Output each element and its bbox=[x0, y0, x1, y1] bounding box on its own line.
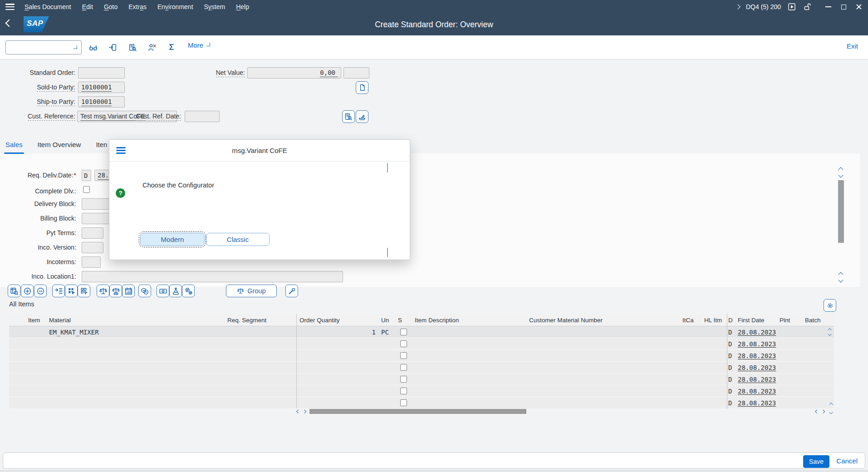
more-button[interactable]: More bbox=[188, 41, 210, 49]
cell-plnt[interactable] bbox=[777, 338, 802, 350]
cell-batch[interactable] bbox=[802, 350, 826, 362]
cell-item[interactable] bbox=[24, 362, 46, 374]
tools-wrench-button[interactable] bbox=[285, 285, 298, 297]
cell-item[interactable] bbox=[24, 326, 46, 338]
cell-itca[interactable] bbox=[680, 326, 701, 338]
cell-d[interactable]: D bbox=[727, 397, 735, 409]
table-row[interactable]: D28.08.2023 bbox=[9, 338, 834, 350]
scroll-right-icon[interactable] bbox=[821, 410, 825, 413]
item-detail-button[interactable] bbox=[8, 285, 20, 297]
cell-first-date[interactable]: 28.08.2023 bbox=[735, 397, 777, 409]
delete-row-button[interactable] bbox=[34, 285, 47, 297]
cell-first-date[interactable]: 28.08.2023 bbox=[735, 385, 777, 397]
cell-material[interactable] bbox=[46, 374, 225, 385]
cell-order-quantity[interactable] bbox=[296, 385, 378, 397]
cell-customer-material-number[interactable] bbox=[526, 374, 680, 385]
pyt-terms-field[interactable] bbox=[82, 227, 103, 239]
cell-itca[interactable] bbox=[680, 385, 701, 397]
save-button[interactable]: Save bbox=[803, 455, 829, 468]
cell-itca[interactable] bbox=[680, 362, 701, 374]
cell-s[interactable] bbox=[395, 385, 412, 397]
cell-customer-material-number[interactable] bbox=[526, 385, 680, 397]
exit-button[interactable]: Exit bbox=[847, 42, 858, 50]
cell-order-quantity[interactable] bbox=[296, 374, 378, 385]
table-row[interactable]: D28.08.2023 bbox=[9, 385, 834, 397]
billing-document-button[interactable] bbox=[157, 285, 169, 297]
cell-un[interactable] bbox=[378, 338, 395, 350]
cell-customer-material-number[interactable] bbox=[526, 338, 680, 350]
cell-d[interactable]: D bbox=[727, 338, 735, 350]
pricing-button[interactable] bbox=[97, 285, 109, 297]
cell-material[interactable] bbox=[46, 338, 225, 350]
cell-s[interactable] bbox=[395, 397, 412, 409]
cell-first-date[interactable]: 28.08.2023 bbox=[735, 338, 777, 350]
cell-item[interactable] bbox=[24, 338, 46, 350]
row-checkbox[interactable] bbox=[400, 352, 407, 359]
tab-sales[interactable]: Sales bbox=[5, 139, 23, 153]
cell-un[interactable] bbox=[378, 385, 395, 397]
dialog-header[interactable]: msg.Variant CoFE bbox=[109, 140, 410, 162]
sign-document-button[interactable] bbox=[356, 110, 368, 123]
cell-item-description[interactable] bbox=[412, 350, 526, 362]
cell-batch[interactable] bbox=[802, 326, 826, 338]
cell-hl-itm[interactable] bbox=[701, 326, 727, 338]
cell-first-date[interactable]: 28.08.2023 bbox=[735, 362, 777, 374]
cell-material[interactable] bbox=[46, 397, 225, 409]
cell-material[interactable] bbox=[46, 385, 225, 397]
display-glasses-icon[interactable] bbox=[85, 41, 101, 53]
cell-plnt[interactable] bbox=[777, 350, 802, 362]
cell-batch[interactable] bbox=[802, 397, 826, 409]
cell-hl-itm[interactable] bbox=[701, 350, 727, 362]
standard-order-field[interactable] bbox=[78, 67, 125, 79]
cell-un[interactable] bbox=[378, 374, 395, 385]
restore-window-icon[interactable] bbox=[839, 2, 848, 11]
cell-material[interactable]: EM_KMAT_MIXER bbox=[46, 326, 225, 338]
group-button[interactable]: Group bbox=[226, 285, 277, 297]
cell-item-description[interactable] bbox=[412, 338, 526, 350]
cell-item[interactable] bbox=[24, 397, 46, 409]
cell-customer-material-number[interactable] bbox=[526, 350, 680, 362]
create-with-reference-icon[interactable] bbox=[105, 41, 120, 53]
cell-first-date[interactable]: 28.08.2023 bbox=[735, 374, 777, 385]
item-configuration-button[interactable] bbox=[182, 285, 195, 297]
chevron-right-icon[interactable] bbox=[735, 4, 740, 9]
cell-d[interactable]: D bbox=[727, 385, 735, 397]
menu-environment[interactable]: Environment bbox=[157, 3, 193, 10]
menu-system[interactable]: System bbox=[204, 3, 226, 10]
cell-plnt[interactable] bbox=[777, 326, 802, 338]
gui-services-icon[interactable] bbox=[787, 2, 796, 11]
table-row[interactable]: D28.08.2023 bbox=[9, 350, 834, 362]
cell-item-description[interactable] bbox=[412, 374, 526, 385]
document-search-button[interactable] bbox=[342, 110, 355, 123]
cancel-button[interactable]: Cancel bbox=[836, 457, 858, 465]
cell-order-quantity[interactable]: 1 bbox=[296, 326, 378, 338]
cell-batch[interactable] bbox=[802, 362, 826, 374]
scroll-down-icon[interactable] bbox=[828, 332, 832, 336]
sold-to-party-field[interactable]: 10100001 bbox=[78, 82, 125, 93]
propose-items-button[interactable] bbox=[52, 285, 65, 297]
cell-plnt[interactable] bbox=[777, 385, 802, 397]
cell-item-description[interactable] bbox=[412, 362, 526, 374]
document-search-icon[interactable] bbox=[125, 41, 140, 53]
cell-s[interactable] bbox=[395, 374, 412, 385]
cell-s[interactable] bbox=[395, 338, 412, 350]
tab-item-overview[interactable]: Item Overview bbox=[38, 139, 81, 153]
cell-item-description[interactable] bbox=[412, 397, 526, 409]
scroll-left-icon[interactable] bbox=[297, 410, 300, 413]
cell-un[interactable] bbox=[378, 350, 395, 362]
cell-item[interactable] bbox=[24, 350, 46, 362]
row-checkbox[interactable] bbox=[400, 329, 407, 335]
modern-button[interactable]: Modern bbox=[140, 233, 205, 246]
cell-customer-material-number[interactable] bbox=[526, 326, 680, 338]
incoterms-field[interactable] bbox=[82, 256, 101, 268]
cust-ref-date-field[interactable] bbox=[185, 111, 220, 122]
cell-req-segment[interactable] bbox=[225, 397, 296, 409]
menu-help[interactable]: Help bbox=[236, 3, 249, 10]
cell-d[interactable]: D bbox=[727, 326, 735, 338]
cell-d[interactable]: D bbox=[727, 374, 735, 385]
complete-dlv-checkbox[interactable] bbox=[83, 186, 90, 193]
cell-d[interactable]: D bbox=[727, 350, 735, 362]
cell-itca[interactable] bbox=[680, 338, 701, 350]
cell-customer-material-number[interactable] bbox=[526, 362, 680, 374]
cell-req-segment[interactable] bbox=[225, 350, 296, 362]
